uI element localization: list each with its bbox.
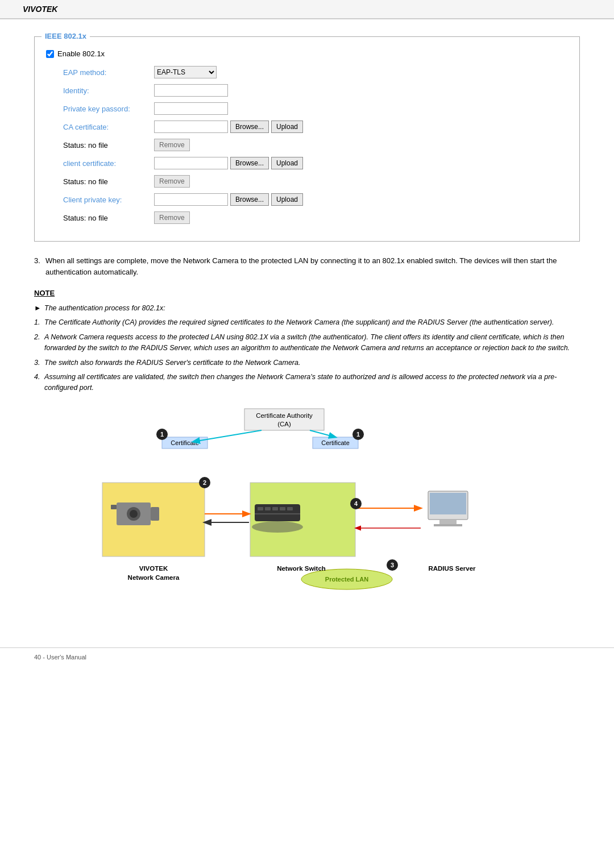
main-content: IEEE 802.1x Enable 802.1x EAP method: EA…	[0, 19, 614, 630]
svg-text:VIVOTEK: VIVOTEK	[139, 565, 168, 572]
svg-rect-40	[255, 513, 300, 514]
privkey-label: Private key passord:	[63, 105, 154, 113]
note-num-4: 4.	[34, 372, 44, 394]
footer-text: 40 - User's Manual	[34, 654, 86, 661]
ca-status-row: Status: no file Remove	[63, 139, 404, 151]
eap-select[interactable]: EAP-TLS EAP-MD5 EAP-PEAP	[154, 66, 217, 78]
svg-text:2: 2	[203, 479, 206, 486]
para3-num: 3.	[34, 255, 45, 277]
enable-row: Enable 802.1x	[46, 49, 568, 58]
privkey-upload-button[interactable]: Upload	[271, 193, 303, 206]
para3-item: 3. When all settings are complete, move …	[34, 255, 580, 277]
eap-label: EAP method:	[63, 68, 154, 77]
svg-point-41	[252, 521, 303, 533]
ca-cert-input[interactable]	[154, 121, 228, 133]
identity-row: Identity:	[63, 84, 404, 97]
client-cert-input[interactable]	[154, 157, 228, 169]
svg-text:Certificate Authority: Certificate Authority	[256, 412, 313, 419]
ieee-box-title: IEEE 802.1x	[42, 32, 90, 40]
svg-text:4: 4	[354, 500, 358, 507]
privkey-row: Private key passord:	[63, 102, 404, 115]
svg-text:(CA): (CA)	[277, 421, 291, 427]
svg-rect-34	[255, 504, 300, 521]
client-cert-row: client certificate: Browse... Upload	[63, 157, 404, 169]
svg-rect-38	[280, 507, 285, 510]
ca-remove-button[interactable]: Remove	[154, 139, 190, 151]
svg-text:3: 3	[391, 562, 394, 568]
ca-cert-label: CA certificate:	[63, 123, 154, 131]
svg-rect-36	[265, 507, 271, 510]
note-text-4: Assuming all certificates are validated,…	[44, 372, 580, 394]
privkey-browse-button[interactable]: Browse...	[230, 193, 269, 206]
identity-label: Identity:	[63, 86, 154, 95]
privkey-input[interactable]	[154, 102, 228, 115]
svg-point-30	[130, 510, 138, 518]
svg-rect-35	[258, 507, 263, 510]
note-section: NOTE ► The authentication process for 80…	[34, 289, 580, 394]
svg-line-13	[193, 430, 262, 442]
svg-text:Certificate: Certificate	[171, 439, 199, 446]
note-item-1: 1. The Certificate Authority (CA) provid…	[34, 317, 580, 328]
note-bullet-icon: ►	[34, 303, 44, 314]
svg-rect-44	[430, 493, 466, 514]
svg-text:Network Camera: Network Camera	[128, 574, 180, 581]
note-text-2: A Network Camera requests access to the …	[44, 332, 580, 354]
note-bullet-item: ► The authentication process for 802.1x:	[34, 303, 580, 314]
paragraph3: 3. When all settings are complete, move …	[34, 255, 580, 277]
note-item-4: 4. Assuming all certificates are validat…	[34, 372, 580, 394]
svg-text:1: 1	[356, 431, 360, 438]
diagram-svg: Certificate Authority (CA) Certificate C…	[74, 403, 540, 608]
enable-label: Enable 802.1x	[57, 49, 105, 58]
eap-method-row: EAP method: EAP-TLS EAP-MD5 EAP-PEAP	[63, 66, 404, 78]
enable-checkbox[interactable]	[46, 50, 54, 58]
client-remove-button[interactable]: Remove	[154, 175, 190, 188]
client-privkey-label: Client private key:	[63, 196, 154, 204]
svg-text:Protected LAN: Protected LAN	[325, 576, 368, 583]
svg-text:RADIUS Server: RADIUS Server	[428, 565, 476, 572]
para3-text: When all settings are complete, move the…	[45, 255, 580, 277]
svg-rect-31	[111, 505, 117, 509]
client-upload-button[interactable]: Upload	[271, 157, 303, 169]
ca-browse-button[interactable]: Browse...	[230, 121, 269, 133]
ca-cert-row: CA certificate: Browse... Upload	[63, 121, 404, 133]
note-list: ► The authentication process for 802.1x:…	[34, 303, 580, 394]
privkey-status-row: Status: no file Remove	[63, 211, 404, 224]
svg-rect-46	[434, 524, 462, 526]
company-title: VIVOTEK	[23, 5, 57, 14]
page-header: VIVOTEK	[0, 0, 614, 19]
privkey-status-label: Status: no file	[63, 214, 154, 222]
note-num-3: 3.	[34, 358, 44, 368]
client-cert-label: client certificate:	[63, 159, 154, 168]
client-browse-button[interactable]: Browse...	[230, 157, 269, 169]
ieee-box: IEEE 802.1x Enable 802.1x EAP method: EA…	[34, 36, 580, 242]
ca-upload-button[interactable]: Upload	[271, 121, 303, 133]
note-num-2: 2.	[34, 332, 44, 354]
footer: 40 - User's Manual	[0, 647, 614, 666]
note-text-3: The switch also forwards the RADIUS Serv…	[44, 358, 300, 368]
client-status-row: Status: no file Remove	[63, 175, 404, 188]
note-title: NOTE	[34, 289, 580, 297]
ca-status-label: Status: no file	[63, 141, 154, 149]
client-privkey-row: Client private key: Browse... Upload	[63, 193, 404, 206]
svg-text:Certificate: Certificate	[321, 439, 350, 446]
svg-text:1: 1	[160, 431, 164, 438]
identity-input[interactable]	[154, 84, 228, 97]
client-status-label: Status: no file	[63, 177, 154, 186]
diagram: Certificate Authority (CA) Certificate C…	[74, 403, 540, 608]
form-table: EAP method: EAP-TLS EAP-MD5 EAP-PEAP Ide…	[63, 66, 404, 224]
svg-line-14	[310, 430, 335, 437]
note-item-3: 3. The switch also forwards the RADIUS S…	[34, 358, 580, 368]
svg-rect-28	[151, 507, 159, 521]
svg-rect-37	[272, 507, 278, 510]
note-bullet-text: The authentication process for 802.1x:	[44, 303, 165, 314]
client-privkey-input[interactable]	[154, 193, 228, 206]
note-item-2: 2. A Network Camera requests access to t…	[34, 332, 580, 354]
note-num-1: 1.	[34, 317, 44, 328]
svg-text:Network Switch: Network Switch	[277, 565, 326, 572]
svg-rect-45	[439, 520, 457, 524]
note-text-1: The Certificate Authority (CA) provides …	[44, 317, 554, 328]
svg-rect-39	[287, 507, 293, 510]
privkey-remove-button[interactable]: Remove	[154, 211, 190, 224]
